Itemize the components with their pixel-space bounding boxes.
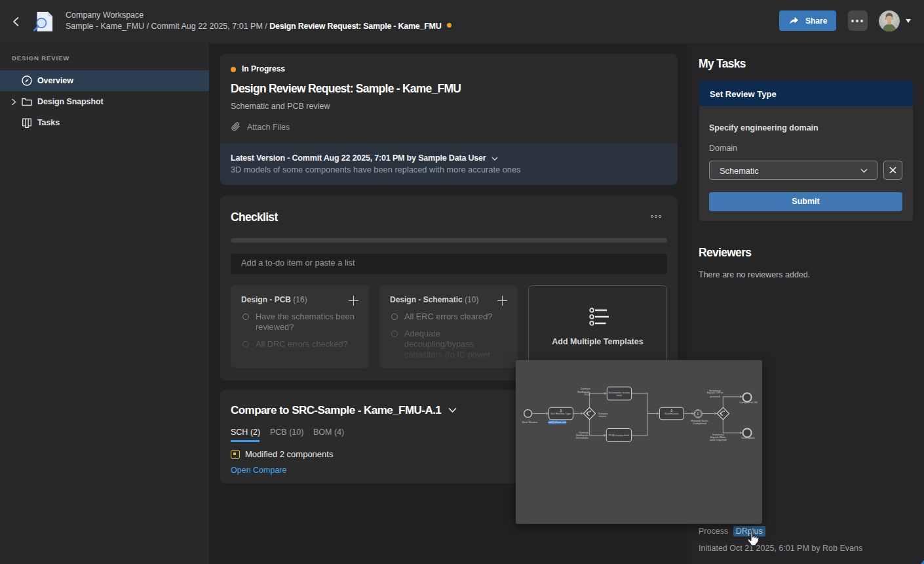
svg-text:Equals OK to: Equals OK to bbox=[707, 391, 723, 394]
svg-text:PCB: PCB bbox=[585, 393, 590, 396]
svg-text:PCB review task: PCB review task bbox=[609, 433, 630, 437]
svg-text:Start Review: Start Review bbox=[522, 420, 538, 424]
svg-text:proceed: proceed bbox=[710, 395, 720, 398]
svg-text:choice: choice bbox=[598, 414, 607, 418]
svg-text:task: task bbox=[617, 393, 623, 397]
svg-text:Completed OK: Completed OK bbox=[739, 401, 758, 404]
svg-text:rob@ultium.com: rob@ultium.com bbox=[548, 420, 566, 424]
svg-text:Set Review Type: Set Review Type bbox=[550, 412, 571, 415]
svg-text:Σ: Σ bbox=[697, 412, 699, 416]
svg-text:Schematic: Schematic bbox=[576, 436, 589, 439]
svg-text:Incomplete: Incomplete bbox=[741, 436, 755, 439]
svg-text:Summarize: Summarize bbox=[664, 412, 679, 415]
svg-text:work required: work required bbox=[710, 438, 727, 441]
svg-text:Completed: Completed bbox=[693, 422, 706, 425]
